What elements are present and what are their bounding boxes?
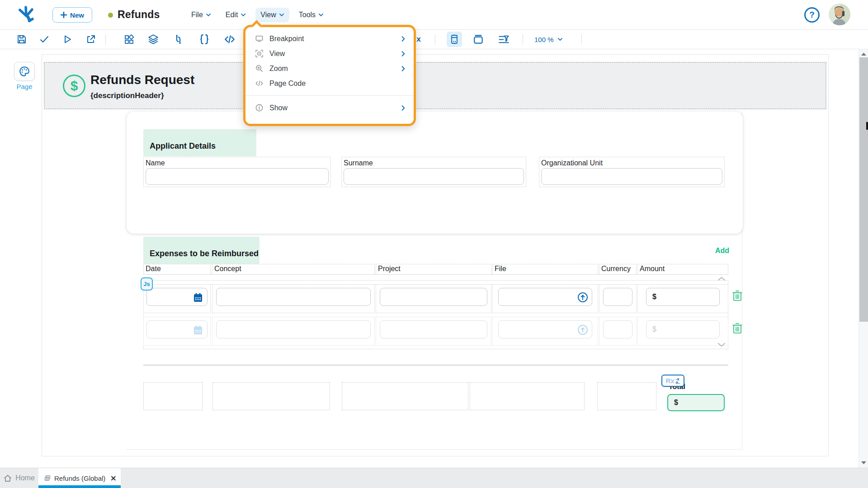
row2-concept-cell[interactable] [212, 317, 375, 346]
row1-file-cell[interactable] [492, 284, 598, 313]
delete-row-icon[interactable] [732, 290, 743, 301]
save-button[interactable] [15, 33, 28, 46]
chevron-right-icon [400, 51, 406, 57]
page-header-section[interactable]: $ Refunds Request {descriptionHeader} [44, 62, 826, 109]
row1-date-cell[interactable] [143, 284, 211, 313]
footer-cell[interactable] [597, 382, 656, 410]
page-panel-button[interactable] [14, 62, 35, 81]
monitor-icon [255, 34, 264, 43]
close-tab-icon[interactable] [111, 475, 116, 482]
total-amount-input[interactable] [668, 395, 724, 410]
menu-tools[interactable]: Tools [294, 8, 329, 22]
column-header-concept: Concept [212, 264, 375, 274]
row1-currency-cell[interactable] [599, 284, 637, 313]
row2-project-cell[interactable] [376, 317, 491, 346]
menu-item-label: View [269, 50, 394, 58]
code-editor-button[interactable] [223, 33, 236, 46]
row2-amount-input[interactable] [646, 321, 719, 338]
dollar-glyph: $ [71, 78, 78, 94]
scrollbar-thumb[interactable] [859, 57, 868, 322]
applicant-card[interactable]: Applicant Details Name Surname Organizat… [127, 112, 743, 234]
row2-date-cell[interactable] [143, 317, 211, 346]
organizational-unit-input[interactable] [541, 168, 722, 185]
field-name[interactable]: Name [143, 157, 331, 187]
footer-cell[interactable] [143, 382, 203, 410]
row1-currency-input[interactable] [604, 288, 632, 305]
page-panel-label[interactable]: Page [8, 83, 41, 90]
preview-button[interactable] [61, 33, 74, 46]
menu-item-view[interactable]: View [245, 46, 414, 61]
row2-project-input[interactable] [380, 321, 487, 338]
field-organizational-unit[interactable]: Organizational Unit [539, 157, 725, 187]
tab-home[interactable]: Home [0, 468, 38, 488]
field-surname[interactable]: Surname [341, 157, 526, 187]
scroll-up-arrow[interactable] [861, 52, 867, 56]
footer-cell[interactable] [212, 382, 330, 410]
container-button[interactable] [472, 33, 485, 46]
row2-amount-cell[interactable]: $ [637, 317, 728, 346]
funnel-lines-icon [498, 33, 510, 46]
menu-edit[interactable]: Edit [221, 8, 251, 22]
scroll-down-arrow[interactable] [861, 461, 867, 465]
surname-input[interactable] [344, 168, 524, 185]
rx-formula-badge[interactable]: Rx -xa.. [661, 375, 684, 387]
share-export-icon [85, 34, 96, 45]
brand-logo-icon[interactable] [16, 5, 36, 25]
field-label: Name [144, 157, 330, 167]
info-icon [255, 103, 264, 113]
menu-file[interactable]: File [186, 8, 216, 22]
variables-button[interactable] [198, 33, 211, 46]
vertical-scrollbar[interactable] [859, 49, 868, 468]
page-stack-icon [44, 474, 51, 482]
row1-project-input[interactable] [380, 288, 487, 305]
row1-project-cell[interactable] [376, 284, 491, 313]
total-field[interactable]: $ [667, 394, 725, 411]
upload-icon[interactable] [577, 292, 588, 303]
footer-cell[interactable] [470, 382, 585, 410]
menu-item-page-code[interactable]: Page Code [245, 76, 414, 91]
filter-button[interactable] [497, 33, 510, 46]
menu-view[interactable]: View [255, 8, 289, 22]
connectors-button[interactable] [172, 33, 184, 46]
row2-concept-input[interactable] [217, 321, 370, 338]
menu-item-label: Page Code [269, 80, 406, 88]
tray-icon [472, 33, 484, 45]
column-header-amount: Amount [637, 264, 728, 274]
braces-icon [198, 33, 210, 45]
field-label: Organizational Unit [539, 157, 724, 167]
row2-currency-input[interactable] [604, 321, 632, 338]
row1-amount-cell[interactable]: $ [637, 284, 728, 313]
collapse-down-icon[interactable] [717, 342, 726, 347]
calendar-icon[interactable] [193, 292, 203, 303]
new-button[interactable]: New [52, 7, 92, 23]
name-input[interactable] [146, 168, 329, 185]
chevron-down-icon [241, 12, 246, 18]
page-subtitle: {descriptionHeader} [90, 91, 164, 100]
app-title: Refunds [118, 9, 160, 21]
js-badge[interactable]: Js [141, 277, 153, 291]
page-canvas[interactable]: $ Refunds Request {descriptionHeader} Ap… [42, 54, 829, 456]
layers-button[interactable] [147, 33, 160, 46]
field-label: Surname [342, 157, 526, 167]
help-button[interactable]: ? [804, 7, 820, 23]
row1-concept-input[interactable] [217, 288, 370, 305]
publish-button[interactable] [85, 33, 97, 46]
menu-item-breakpoint[interactable]: Breakpoint [245, 31, 414, 46]
footer-cell[interactable] [342, 382, 468, 410]
menu-item-show[interactable]: Show [245, 100, 414, 115]
row2-currency-cell[interactable] [599, 317, 637, 346]
column-header-currency: Currency [599, 264, 637, 274]
layers-icon [147, 33, 159, 45]
validate-button[interactable] [38, 33, 51, 46]
column-header-file: File [492, 264, 598, 274]
delete-row-icon[interactable] [732, 322, 743, 334]
user-avatar[interactable] [829, 4, 850, 25]
components-button[interactable] [123, 33, 135, 46]
menu-item-zoom[interactable]: Zoom [245, 61, 414, 76]
row2-file-cell[interactable] [492, 317, 598, 346]
add-row-link[interactable]: Add [693, 247, 729, 255]
row1-concept-cell[interactable] [212, 284, 375, 313]
panel-toggle-button[interactable] [447, 32, 462, 47]
row1-amount-input[interactable] [646, 288, 719, 305]
zoom-level-dropdown[interactable]: 100 % [534, 33, 563, 46]
